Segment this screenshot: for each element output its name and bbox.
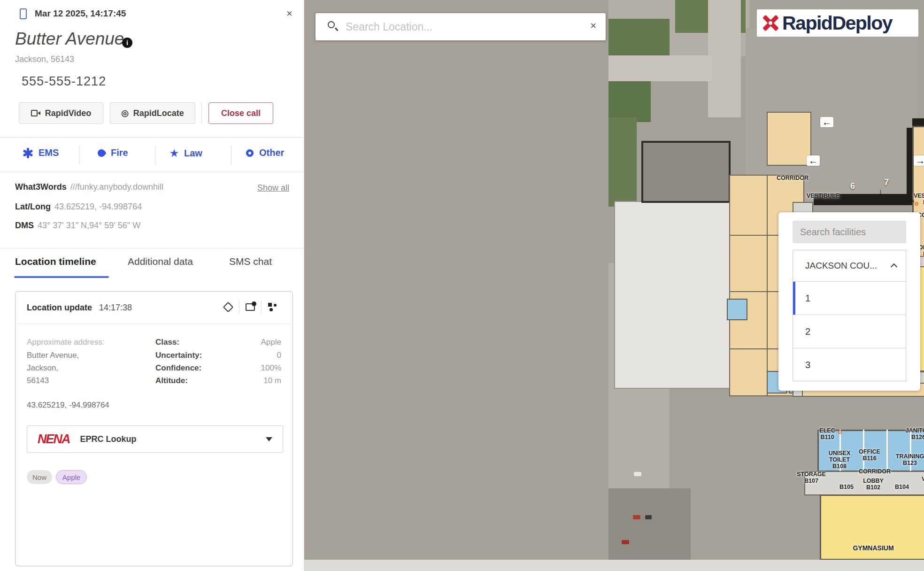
info-icon[interactable]: i bbox=[122, 38, 132, 48]
app-root: STOR D134STOR D124COOLER D123METAL STORA… bbox=[0, 0, 924, 571]
divider bbox=[0, 172, 304, 172]
location-update-title: Location update bbox=[27, 303, 92, 313]
update-coordinates: 43.625219, -94.998764 bbox=[27, 401, 109, 410]
call-timestamp: Mar 12 2025, 14:17:45 bbox=[35, 8, 126, 19]
address-line: Butter Avenue, bbox=[27, 351, 79, 360]
floorplan-room bbox=[727, 299, 747, 320]
grass-patch bbox=[608, 80, 651, 122]
caller-name: Butter Avenue bbox=[15, 29, 124, 49]
address-line: 56143 bbox=[27, 376, 49, 386]
class-value: Apple bbox=[261, 338, 281, 347]
location-update-card: Location update 14:17:38 Approximate add… bbox=[15, 291, 293, 566]
mobile-phone-icon bbox=[20, 8, 27, 19]
circle-icon bbox=[246, 149, 254, 157]
rapiddeploy-x-icon bbox=[761, 14, 779, 32]
parking-lot bbox=[608, 488, 691, 571]
map-search-input[interactable] bbox=[346, 13, 576, 40]
active-tab-underline bbox=[14, 276, 109, 278]
chevron-up-icon bbox=[891, 263, 897, 270]
close-call-label: Close call bbox=[221, 108, 261, 118]
building-roof bbox=[614, 201, 732, 389]
tab-separator bbox=[79, 146, 79, 164]
arrow-icon: ← bbox=[840, 192, 850, 201]
directions-icon[interactable] bbox=[217, 303, 239, 311]
floor-item-1[interactable]: 1 bbox=[793, 281, 906, 315]
service-tabs: EMS Fire ★ Law Other bbox=[0, 141, 304, 169]
latlong-value: 43.625219, -94.998764 bbox=[54, 202, 142, 211]
location-update-time: 14:17:38 bbox=[99, 303, 132, 313]
floorplan-room-gymnasium bbox=[820, 494, 924, 560]
facilities-search-input[interactable] bbox=[793, 221, 906, 243]
uncertainty-label: Uncertainty: bbox=[155, 351, 202, 360]
confidence-value: 100% bbox=[261, 363, 281, 373]
map-number-marker: 7 bbox=[884, 177, 889, 187]
tab-fire[interactable]: Fire bbox=[98, 147, 128, 158]
facilities-panel: JACKSON COU... 1 2 3 bbox=[778, 212, 920, 391]
altitude-label: Altitude: bbox=[155, 376, 188, 386]
wall bbox=[910, 430, 911, 472]
floor-item-2[interactable]: 2 bbox=[793, 315, 906, 348]
eprc-lookup-dropdown[interactable]: NENA EPRC Lookup bbox=[27, 425, 283, 453]
tab-other[interactable]: Other bbox=[246, 147, 284, 158]
search-clear-icon[interactable]: × bbox=[590, 20, 596, 32]
tab-additional-data[interactable]: Additional data bbox=[128, 256, 193, 267]
card-divider bbox=[15, 324, 293, 324]
map-search-bar: × bbox=[316, 13, 606, 40]
tab-separator bbox=[155, 146, 155, 164]
floor-item-3[interactable]: 3 bbox=[793, 348, 906, 381]
map-badge-icon[interactable] bbox=[239, 303, 261, 311]
dms-row: DMS43° 37' 31" N,94° 59' 56" W bbox=[15, 221, 140, 231]
badge-now[interactable]: Now bbox=[27, 470, 52, 484]
divider bbox=[0, 248, 304, 248]
tab-sms-chat[interactable]: SMS chat bbox=[229, 256, 272, 267]
door-marker bbox=[838, 430, 842, 434]
car bbox=[645, 515, 652, 519]
divider bbox=[0, 137, 304, 138]
wall bbox=[863, 430, 864, 472]
what3words-row: What3Words///funky.anybody.downhill bbox=[15, 182, 163, 192]
wall bbox=[767, 175, 768, 396]
altitude-value: 10 m bbox=[263, 376, 281, 386]
rapid-locate-button[interactable]: ◎ RapidLocate bbox=[110, 102, 195, 124]
arrow-icon: ← bbox=[807, 155, 820, 166]
map-number-marker: 6 bbox=[850, 181, 855, 191]
wall bbox=[886, 430, 888, 472]
rapid-video-label: RapidVideo bbox=[45, 108, 92, 118]
tab-law[interactable]: ★ Law bbox=[170, 147, 202, 159]
facility-dropdown[interactable]: JACKSON COU... bbox=[793, 250, 906, 281]
other-label: Other bbox=[259, 147, 284, 158]
tab-ems[interactable]: EMS bbox=[23, 147, 59, 158]
close-panel-icon[interactable]: × bbox=[286, 8, 293, 20]
rapid-video-button[interactable]: RapidVideo bbox=[19, 102, 103, 124]
caller-city-zip: Jackson, 56143 bbox=[15, 54, 74, 64]
uncertainty-value: 0 bbox=[277, 351, 281, 360]
call-details-panel: × Mar 12 2025, 14:17:45 Butter Avenue i … bbox=[0, 0, 304, 571]
car bbox=[634, 472, 641, 476]
address-label: Approximate address: bbox=[27, 338, 104, 347]
close-call-button[interactable]: Close call bbox=[208, 102, 273, 124]
dms-value: 43° 37' 31" N,94° 59' 56" W bbox=[38, 221, 140, 230]
nena-logo: NENA bbox=[38, 432, 70, 447]
confidence-label: Confidence: bbox=[155, 363, 201, 373]
building-roof bbox=[641, 141, 731, 203]
arrow-icon: ← bbox=[820, 117, 833, 127]
facilities-list: JACKSON COU... 1 2 3 bbox=[793, 250, 906, 381]
star-of-life-icon bbox=[23, 148, 33, 158]
star-icon: ★ bbox=[170, 147, 178, 159]
floorplan-wing-b bbox=[817, 430, 924, 472]
arrow-icon: → bbox=[914, 155, 924, 166]
flame-icon bbox=[96, 147, 107, 158]
show-all-link[interactable]: Show all bbox=[257, 183, 289, 193]
what3words-label: What3Words bbox=[15, 182, 67, 192]
ems-label: EMS bbox=[38, 147, 59, 158]
video-camera-icon bbox=[31, 110, 40, 116]
badge-apple[interactable]: Apple bbox=[56, 470, 87, 484]
latlong-row: Lat/Long43.625219, -94.998764 bbox=[15, 202, 142, 212]
car bbox=[622, 540, 629, 544]
route-icon[interactable] bbox=[262, 303, 283, 311]
fire-label: Fire bbox=[111, 147, 128, 158]
wall bbox=[814, 194, 913, 205]
button-separator bbox=[201, 102, 202, 124]
tab-location-timeline[interactable]: Location timeline bbox=[15, 256, 96, 267]
wall bbox=[839, 430, 841, 472]
